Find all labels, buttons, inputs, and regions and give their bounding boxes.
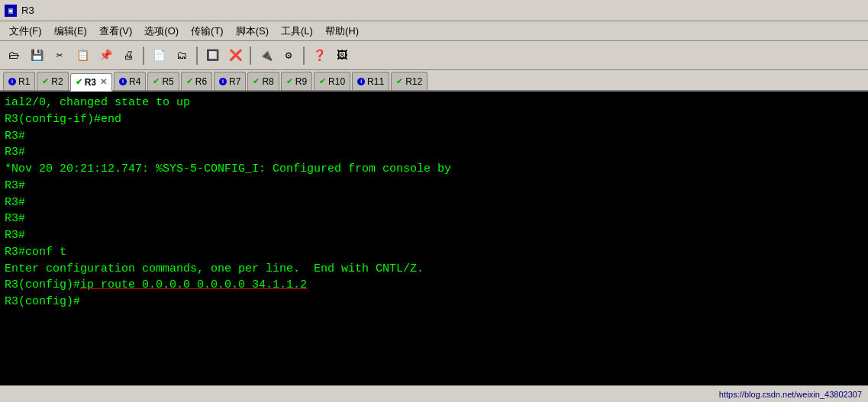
terminal-line: *Nov 20 20:21:12.747: %SYS-5-CONFIG_I: C… — [5, 161, 863, 178]
toolbar-save-button[interactable]: 💾 — [26, 45, 47, 66]
tab-R7[interactable]: iR7 — [214, 72, 246, 90]
toolbar-connect-button[interactable]: 🔌 — [255, 45, 276, 66]
toolbar-about-button[interactable]: 🖼 — [331, 45, 353, 66]
terminal-line: R3# — [5, 128, 863, 145]
toolbar-open2-button[interactable]: 🗂 — [171, 45, 192, 66]
toolbar-print-button[interactable]: 🖨 — [118, 45, 139, 66]
menu-item-脚本S[interactable]: 脚本(S) — [230, 23, 275, 40]
tab-info-icon: i — [119, 78, 127, 85]
toolbar: 🗁💾✂📋📌🖨📄🗂🔲❌🔌⚙❓🖼 — [0, 41, 868, 70]
toolbar-open-button[interactable]: 🗁 — [3, 45, 24, 66]
menu-item-传输T[interactable]: 传输(T) — [185, 23, 230, 40]
tab-label: R8 — [262, 76, 273, 87]
tab-check-icon: ✔ — [286, 76, 293, 86]
terminal-line: R3# — [5, 195, 863, 211]
terminal-output: ial2/0, changed state to upR3(config-if)… — [0, 92, 868, 385]
tab-label: R1 — [18, 76, 30, 87]
toolbar-separator — [196, 47, 198, 65]
toolbar-separator — [303, 47, 305, 65]
tab-label: R4 — [129, 76, 140, 87]
tab-check-icon: ✔ — [253, 76, 260, 86]
tab-info-icon: i — [8, 78, 16, 85]
title-bar: ▣ R3 — [0, 0, 868, 21]
menu-item-查看V[interactable]: 查看(V) — [93, 23, 138, 40]
terminal-line: Enter configuration commands, one per li… — [5, 261, 863, 278]
tab-label: R3 — [85, 77, 96, 88]
tab-R8[interactable]: ✔R8 — [247, 72, 279, 90]
menu-bar: 文件(F)编辑(E)查看(V)选项(O)传输(T)脚本(S)工具(L)帮助(H) — [0, 21, 868, 41]
terminal-line: R3(config)#ip route 0.0.0.0 0.0.0.0 34.1… — [5, 277, 863, 294]
tab-R1[interactable]: iR1 — [3, 72, 35, 90]
tab-R2[interactable]: ✔R2 — [37, 72, 68, 90]
terminal-line: R3(config)# — [5, 294, 863, 310]
menu-item-工具L[interactable]: 工具(L) — [275, 23, 319, 40]
tab-R12[interactable]: ✔R12 — [391, 72, 428, 90]
tab-R10[interactable]: ✔R10 — [314, 72, 350, 90]
toolbar-delete-button[interactable]: ❌ — [224, 45, 246, 66]
terminal-underline: ip route 0.0.0.0 0.0.0.0 34.1.1.2 — [80, 278, 307, 291]
tab-R5[interactable]: ✔R5 — [147, 72, 179, 90]
tab-info-icon: i — [219, 78, 227, 85]
tab-close-button[interactable]: ✕ — [100, 77, 107, 87]
tab-label: R11 — [367, 76, 384, 87]
menu-item-帮助H[interactable]: 帮助(H) — [319, 23, 365, 40]
terminal-line: R3# — [5, 178, 863, 195]
app-icon: ▣ — [5, 5, 17, 17]
tab-R3[interactable]: ✔R3✕ — [70, 73, 112, 92]
toolbar-copy-button[interactable]: 📋 — [72, 45, 93, 66]
tab-R6[interactable]: ✔R6 — [181, 72, 212, 90]
tab-label: R2 — [51, 76, 63, 87]
tab-R11[interactable]: iR11 — [352, 72, 389, 90]
tab-R4[interactable]: iR4 — [114, 72, 146, 90]
tab-info-icon: i — [357, 78, 365, 85]
toolbar-new-button[interactable]: 📄 — [148, 45, 169, 66]
menu-item-编辑E[interactable]: 编辑(E) — [48, 23, 93, 40]
watermark-url: https://blog.csdn.net/weixin_43802307 — [719, 390, 862, 399]
terminal-line: ial2/0, changed state to up — [5, 95, 863, 111]
toolbar-help-button[interactable]: ❓ — [308, 45, 330, 66]
tab-label: R6 — [195, 76, 207, 87]
tab-label: R5 — [162, 76, 173, 87]
tab-check-icon: ✔ — [76, 77, 82, 87]
menu-item-选项O[interactable]: 选项(O) — [138, 23, 185, 40]
tab-label: R9 — [295, 76, 307, 87]
tab-label: R10 — [328, 76, 345, 87]
tab-check-icon: ✔ — [319, 76, 326, 86]
toolbar-separator — [143, 47, 144, 65]
tab-R9[interactable]: ✔R9 — [281, 72, 312, 90]
tab-label: R12 — [405, 76, 422, 87]
window-title: R3 — [21, 5, 34, 16]
tab-check-icon: ✔ — [186, 76, 193, 86]
status-bar: https://blog.csdn.net/weixin_43802307 — [0, 385, 868, 402]
tabs-bar: iR1✔R2✔R3✕iR4✔R5✔R6iR7✔R8✔R9✔R10iR11✔R12 — [0, 70, 868, 92]
toolbar-settings-button[interactable]: ⚙ — [278, 45, 299, 66]
tab-check-icon: ✔ — [42, 76, 49, 86]
toolbar-capture-button[interactable]: 🔲 — [202, 45, 223, 66]
tab-check-icon: ✔ — [396, 76, 403, 86]
menu-item-文件F[interactable]: 文件(F) — [3, 23, 48, 40]
terminal-line: R3# — [5, 144, 863, 161]
tab-check-icon: ✔ — [153, 76, 160, 86]
terminal-line: R3# — [5, 227, 863, 244]
terminal-line: R3(config-if)#end — [5, 111, 863, 128]
toolbar-paste-button[interactable]: 📌 — [95, 45, 116, 66]
terminal-line: R3#conf t — [5, 244, 863, 261]
terminal-line: R3# — [5, 211, 863, 227]
toolbar-cut-button[interactable]: ✂ — [49, 45, 70, 66]
toolbar-separator — [250, 47, 251, 65]
tab-label: R7 — [229, 76, 240, 87]
